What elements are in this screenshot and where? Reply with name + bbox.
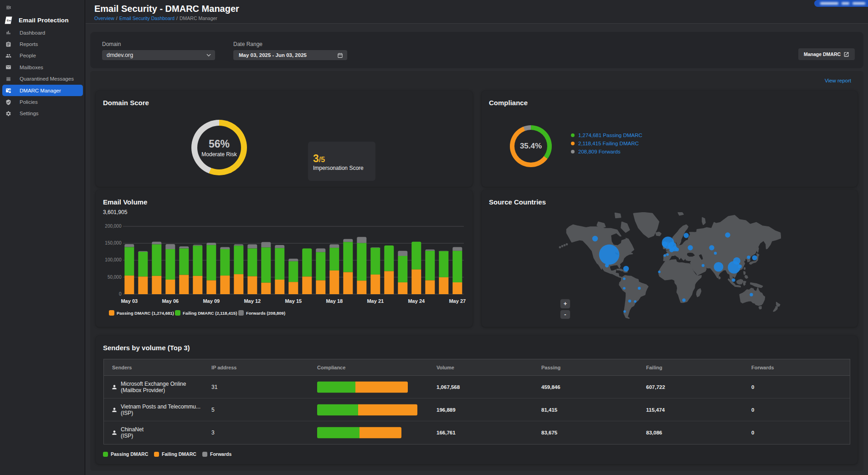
svg-text:0: 0 [119,291,122,296]
svg-text:150,000: 150,000 [105,240,122,245]
svg-text:100,000: 100,000 [105,257,122,262]
svg-text:50,000: 50,000 [108,275,122,280]
svg-text:May 09: May 09 [203,298,220,304]
svg-text:May 21: May 21 [367,298,384,304]
svg-text:Em: Em [7,19,11,22]
svg-text:200,000: 200,000 [105,224,122,229]
svg-text:May 03: May 03 [121,298,138,304]
svg-text:May 18: May 18 [326,298,343,304]
svg-text:May 27: May 27 [449,298,466,304]
svg-text:May 12: May 12 [244,298,261,304]
svg-text:May 24: May 24 [408,298,425,304]
svg-text:May 06: May 06 [162,298,179,304]
svg-text:May 15: May 15 [285,298,302,304]
